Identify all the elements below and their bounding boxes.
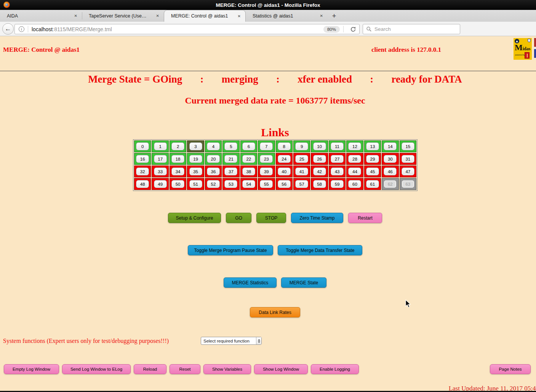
footer-button[interactable]: Reset xyxy=(170,364,200,374)
link-cell[interactable]: 33 xyxy=(152,166,168,177)
link-cell[interactable]: 60 xyxy=(346,178,363,190)
browser-tab[interactable]: Statistics @ aidas1 ✕ xyxy=(246,10,328,22)
link-cell[interactable]: 7 xyxy=(258,140,275,152)
footer-button[interactable]: Enable Logging xyxy=(311,364,359,374)
url-bar[interactable]: i localhost:8115/MERGE/Merge.tml 80% xyxy=(14,24,360,34)
merge-info-button[interactable]: MERGE State xyxy=(281,277,326,288)
link-cell[interactable]: 20 xyxy=(205,153,222,165)
link-cell[interactable]: 16 xyxy=(134,153,151,165)
back-button[interactable]: ← xyxy=(2,23,14,35)
toggle-button[interactable]: Toggle Merge Program Pause State xyxy=(188,245,274,255)
link-cell[interactable]: 48 xyxy=(134,178,151,190)
control-button[interactable]: GO xyxy=(226,213,251,223)
link-cell[interactable]: 9 xyxy=(293,140,310,152)
link-cell[interactable]: 42 xyxy=(311,166,328,177)
link-cell[interactable]: 17 xyxy=(152,153,168,165)
link-number-button: 27 xyxy=(331,155,344,163)
link-cell[interactable]: 24 xyxy=(276,153,293,165)
link-cell[interactable]: 38 xyxy=(240,166,257,177)
link-cell[interactable]: 6 xyxy=(240,140,257,152)
page-notes-button[interactable]: Page Notes xyxy=(490,364,531,374)
link-cell[interactable]: 51 xyxy=(187,178,204,190)
midas-logo[interactable]: Midas powered by xyxy=(514,38,532,60)
link-cell[interactable]: 0 xyxy=(134,140,151,152)
data-link-rates-button[interactable]: Data Link Rates xyxy=(250,307,300,317)
link-cell[interactable]: 47 xyxy=(400,166,416,177)
link-cell[interactable]: 43 xyxy=(329,166,346,177)
link-cell[interactable]: 23 xyxy=(258,153,275,165)
link-cell[interactable]: 41 xyxy=(293,166,310,177)
link-cell[interactable]: 5 xyxy=(222,140,239,152)
link-cell[interactable]: 28 xyxy=(346,153,363,165)
control-button[interactable]: Setup & Configure xyxy=(168,213,221,223)
link-cell[interactable]: 11 xyxy=(329,140,346,152)
new-tab-button[interactable]: + xyxy=(328,10,340,22)
tab-close-icon[interactable]: ✕ xyxy=(74,14,77,18)
link-cell[interactable]: 8 xyxy=(276,140,293,152)
link-cell[interactable]: 57 xyxy=(293,178,310,190)
control-button[interactable]: Restart xyxy=(348,213,382,223)
footer-button[interactable]: Reload xyxy=(134,364,166,374)
link-cell[interactable]: 13 xyxy=(364,140,381,152)
footer-button[interactable]: Empty Log Window xyxy=(4,364,59,374)
link-cell[interactable]: 1 xyxy=(152,140,168,152)
system-function-select[interactable]: Select required function xyxy=(201,337,262,345)
link-cell[interactable]: 40 xyxy=(276,166,293,177)
link-cell[interactable]: 3 xyxy=(187,140,204,152)
tab-close-icon[interactable]: ✕ xyxy=(320,14,323,18)
link-cell[interactable]: 54 xyxy=(240,178,257,190)
link-cell[interactable]: 22 xyxy=(240,153,257,165)
browser-tab[interactable]: MERGE: Control @ aidas1 ✕ xyxy=(164,10,246,22)
link-cell[interactable]: 36 xyxy=(205,166,222,177)
link-cell[interactable]: 62 xyxy=(382,178,398,190)
link-cell[interactable]: 27 xyxy=(329,153,346,165)
link-cell[interactable]: 63 xyxy=(400,178,416,190)
link-cell[interactable]: 45 xyxy=(364,166,381,177)
zoom-level-badge[interactable]: 80% xyxy=(323,26,340,33)
tab-close-icon[interactable]: ✕ xyxy=(238,14,241,18)
control-button[interactable]: Zero Time Stamp xyxy=(291,213,343,223)
tab-close-icon[interactable]: ✕ xyxy=(156,14,159,18)
link-cell[interactable]: 58 xyxy=(311,178,328,190)
link-cell[interactable]: 55 xyxy=(258,178,275,190)
link-cell[interactable]: 44 xyxy=(346,166,363,177)
link-cell[interactable]: 21 xyxy=(222,153,239,165)
link-cell[interactable]: 61 xyxy=(364,178,381,190)
link-cell[interactable]: 46 xyxy=(382,166,398,177)
browser-tab[interactable]: AIDA ✕ xyxy=(0,10,82,22)
link-cell[interactable]: 52 xyxy=(205,178,222,190)
link-cell[interactable]: 25 xyxy=(293,153,310,165)
link-cell[interactable]: 31 xyxy=(400,153,416,165)
control-button[interactable]: STOP xyxy=(256,213,286,223)
link-cell[interactable]: 39 xyxy=(258,166,275,177)
toggle-button[interactable]: Toggle Merge Data Transfer State xyxy=(278,245,362,255)
reload-icon[interactable] xyxy=(350,26,356,32)
link-cell[interactable]: 4 xyxy=(205,140,222,152)
link-cell[interactable]: 30 xyxy=(382,153,398,165)
link-cell[interactable]: 53 xyxy=(222,178,239,190)
link-cell[interactable]: 2 xyxy=(170,140,186,152)
link-cell[interactable]: 14 xyxy=(382,140,398,152)
footer-button[interactable]: Show Log Window xyxy=(254,364,308,374)
link-cell[interactable]: 50 xyxy=(170,178,186,190)
browser-tab[interactable]: TapeServer Service (Use… ✕ xyxy=(82,10,164,22)
link-cell[interactable]: 35 xyxy=(187,166,204,177)
link-cell[interactable]: 49 xyxy=(152,178,168,190)
footer-button[interactable]: Send Log Window to ELog xyxy=(62,364,131,374)
search-input[interactable]: Search xyxy=(363,24,460,34)
link-cell[interactable]: 37 xyxy=(222,166,239,177)
link-cell[interactable]: 29 xyxy=(364,153,381,165)
link-cell[interactable]: 59 xyxy=(329,178,346,190)
link-cell[interactable]: 18 xyxy=(170,153,186,165)
link-cell[interactable]: 56 xyxy=(276,178,293,190)
link-cell[interactable]: 32 xyxy=(134,166,151,177)
merge-info-button[interactable]: MERGE Statistics xyxy=(224,277,277,288)
link-cell[interactable]: 12 xyxy=(346,140,363,152)
link-cell[interactable]: 26 xyxy=(311,153,328,165)
site-info-icon[interactable]: i xyxy=(19,26,24,32)
footer-button[interactable]: Show Variables xyxy=(203,364,251,374)
link-cell[interactable]: 15 xyxy=(400,140,416,152)
link-cell[interactable]: 34 xyxy=(170,166,186,177)
link-cell[interactable]: 10 xyxy=(311,140,328,152)
link-cell[interactable]: 19 xyxy=(187,153,204,165)
